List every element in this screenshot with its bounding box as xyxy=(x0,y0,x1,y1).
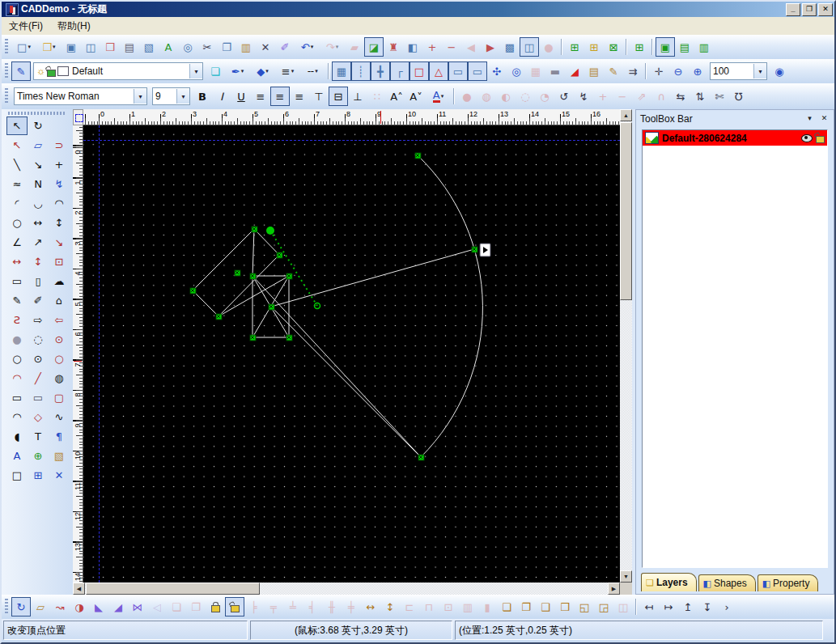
valign-middle-button[interactable]: ⊟ xyxy=(329,87,348,106)
rotate-path-button[interactable]: ↯ xyxy=(574,87,593,106)
monitor-button[interactable]: ◧ xyxy=(403,37,422,57)
ruler-toggle-button[interactable]: ▬ xyxy=(545,61,565,81)
design-mode-button[interactable]: ✎ xyxy=(11,61,31,81)
closed-curve-tool[interactable]: ◖ xyxy=(6,427,28,446)
layer-combo-dropdown-icon[interactable]: ▾ xyxy=(189,64,202,78)
edit-mode-button[interactable]: ◪ xyxy=(364,37,384,57)
behind-button[interactable]: ◲ xyxy=(594,597,613,616)
panel-layout-button[interactable]: ◫ xyxy=(520,37,539,57)
valign-bottom-button[interactable]: ⊥ xyxy=(348,87,367,106)
align-right-button[interactable]: ≡ xyxy=(290,87,309,106)
dropdown-arrow-icon[interactable]: ▾ xyxy=(336,44,339,50)
route-button[interactable]: ⇉ xyxy=(623,61,643,81)
spell-check-button[interactable]: A xyxy=(159,37,178,57)
layer-lock-icon[interactable] xyxy=(816,136,825,143)
flow-horizontal-button[interactable]: ⇆ xyxy=(671,87,690,106)
layer-visible-eye-icon[interactable] xyxy=(801,134,813,142)
page-frame-button[interactable]: ▭ xyxy=(468,61,487,81)
lock-button[interactable] xyxy=(206,597,225,616)
diag-dimension-tool[interactable]: ↗ xyxy=(28,233,49,252)
add-node-button[interactable]: + xyxy=(593,87,613,106)
grid-toggle-button[interactable]: ▦ xyxy=(332,61,351,81)
align-left-button[interactable]: ≡ xyxy=(251,87,270,106)
close-doc-button[interactable]: ❒ xyxy=(100,37,120,57)
line-tool[interactable]: ╲ xyxy=(6,155,28,174)
arc-tool[interactable]: ◜ xyxy=(6,194,28,213)
to-curve-button[interactable]: ∩ xyxy=(651,87,671,106)
horizontal-ruler[interactable]: 012345678910111213141516 xyxy=(83,109,620,125)
panel-collapse-icon[interactable]: ▾ xyxy=(804,113,816,125)
text-tool[interactable]: T xyxy=(28,427,49,446)
fill-block-button[interactable]: ▮ xyxy=(477,597,497,616)
space-vertical-button[interactable]: ↕ xyxy=(380,597,400,616)
simplify-button[interactable]: ◔ xyxy=(535,87,554,106)
arc-edit-tool[interactable]: ⊃ xyxy=(49,136,70,155)
open-arc-tool[interactable]: ◠ xyxy=(6,369,28,388)
italic-button[interactable]: I xyxy=(212,87,231,106)
stamp-button[interactable]: ♜ xyxy=(384,37,403,57)
trim-button[interactable]: ◐ xyxy=(496,87,516,106)
split-button[interactable]: ◑ xyxy=(70,597,89,616)
print-preview-button[interactable]: ▧ xyxy=(139,37,159,57)
spline-tool[interactable]: N xyxy=(28,175,49,193)
intersect-button[interactable]: ◌ xyxy=(516,87,535,106)
cloud-tool[interactable]: ☁ xyxy=(49,272,70,290)
bold-button[interactable]: B xyxy=(193,87,212,106)
rectangle-tool[interactable]: ▭ xyxy=(6,388,28,407)
undo-button[interactable]: ↶▾ xyxy=(295,37,320,57)
paragraph-text-tool[interactable]: ¶ xyxy=(49,427,70,446)
align-right-edge-button[interactable]: ╡ xyxy=(303,597,322,616)
export-image-button[interactable]: ▩ xyxy=(500,37,520,57)
arrow-line-tool[interactable]: ↘ xyxy=(28,155,49,174)
underline-button[interactable]: U xyxy=(231,87,251,106)
h-dimension2-tool[interactable]: ↔ xyxy=(6,252,28,271)
arc3-tool[interactable]: ◠ xyxy=(49,194,70,213)
dashed-circle-tool[interactable]: ◌ xyxy=(28,330,49,349)
group-button[interactable]: ❏ xyxy=(167,597,186,616)
send-back-button[interactable]: ❐ xyxy=(516,597,536,616)
lasso-button[interactable]: ℧ xyxy=(729,87,749,106)
h-dimension-tool[interactable]: ↔ xyxy=(28,214,49,232)
line-width-button[interactable]: ≡▾ xyxy=(275,61,300,81)
font-grow-button[interactable]: A˄ xyxy=(387,87,406,106)
record-button[interactable]: ● xyxy=(539,37,558,57)
nudge-left-button[interactable]: ↤ xyxy=(639,597,659,616)
bring-forward-button[interactable]: ❑ xyxy=(536,597,555,616)
wedge-button[interactable]: ◢ xyxy=(565,61,584,81)
redo-button[interactable]: ↷▾ xyxy=(320,37,345,57)
v-dimension-tool[interactable]: ↕ xyxy=(49,214,70,232)
maximize-button[interactable]: ❐ xyxy=(802,3,817,16)
callout2-tool[interactable]: ▯ xyxy=(28,272,49,290)
nudge-down-button[interactable]: ↧ xyxy=(698,597,717,616)
nudge-up-button[interactable]: ↥ xyxy=(678,597,698,616)
rotate-left-button[interactable]: ◣ xyxy=(89,597,108,616)
bullets-button[interactable]: ∷ xyxy=(367,87,387,106)
properties-button[interactable]: ▤ xyxy=(584,61,604,81)
ungroup-button[interactable]: ❐ xyxy=(186,597,206,616)
brush-tool[interactable]: ✐ xyxy=(28,291,49,310)
font-size-dropdown-icon[interactable]: ▾ xyxy=(176,89,189,104)
align-center-button[interactable]: ≡ xyxy=(270,87,290,106)
flow-vertical-button[interactable]: ⇅ xyxy=(690,87,710,106)
to-line-button[interactable]: ⇗ xyxy=(632,87,651,106)
curve-tool[interactable]: ≈ xyxy=(6,175,28,193)
rotate-right-button[interactable]: ◢ xyxy=(108,597,128,616)
format-painter-button[interactable]: ✐ xyxy=(275,37,295,57)
rotate-tool-button[interactable]: ↻ xyxy=(11,597,31,616)
table-tool[interactable]: ⊞ xyxy=(28,466,49,485)
minimize-button[interactable]: _ xyxy=(786,3,800,16)
menu-item[interactable]: 帮助(H) xyxy=(50,18,98,35)
table-new-button[interactable]: ⊞ xyxy=(565,37,584,57)
weld-button[interactable]: ● xyxy=(457,87,477,106)
cross-tool[interactable]: + xyxy=(49,155,70,174)
add-button[interactable]: + xyxy=(422,37,442,57)
zoom-combobox[interactable]: 100 ▾ xyxy=(710,62,767,80)
new-button[interactable]: □▾ xyxy=(11,37,36,57)
bring-front-button[interactable]: ❏ xyxy=(497,597,516,616)
paste-button[interactable]: ▥ xyxy=(236,37,256,57)
angle-dimension-tool[interactable]: ∠ xyxy=(6,233,28,252)
ruler-origin-box[interactable] xyxy=(73,109,83,125)
table-delete-button[interactable]: ⊠ xyxy=(604,37,623,57)
toolbar-grip[interactable] xyxy=(5,39,8,55)
swap-order-button[interactable]: ◫ xyxy=(613,597,633,616)
